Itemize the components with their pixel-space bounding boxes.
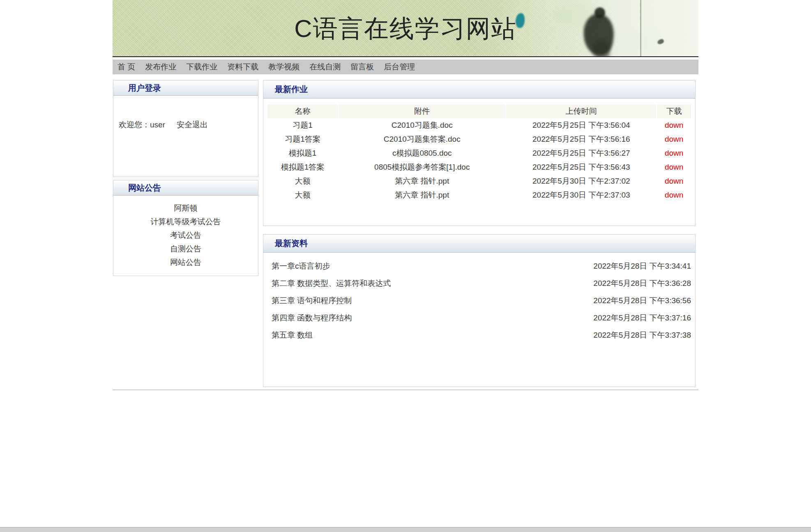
homework-time: 2022年5月30日 下午2:37:03 bbox=[506, 188, 656, 202]
homework-name: 模拟题1答案 bbox=[267, 160, 338, 174]
homework-name: 大额 bbox=[267, 174, 338, 188]
notice-item[interactable]: 阿斯顿 bbox=[113, 201, 258, 215]
notice-item[interactable]: 网站公告 bbox=[113, 256, 258, 269]
list-item: 第三章 语句和程序控制 2022年5月28日 下午3:36:56 bbox=[263, 292, 695, 309]
material-link[interactable]: 第一章c语言初步 bbox=[272, 258, 330, 275]
homework-table-header: 名称 附件 上传时间 下载 bbox=[267, 104, 691, 118]
nav-item-admin[interactable]: 后台管理 bbox=[384, 62, 415, 72]
materials-list: 第一章c语言初步 2022年5月28日 下午3:34:41 第二章 数据类型、运… bbox=[263, 258, 695, 344]
panel-header: 网站公告 bbox=[113, 180, 258, 196]
download-link[interactable]: down bbox=[665, 149, 683, 157]
logout-link[interactable]: 安全退出 bbox=[177, 120, 208, 129]
site-notice-panel: 网站公告 阿斯顿 计算机等级考试公告 考试公告 自测公告 网站公告 bbox=[113, 180, 258, 276]
welcome-line: 欢迎您：user安全退出 bbox=[113, 96, 258, 130]
homework-file: c模拟题0805.doc bbox=[339, 146, 505, 160]
list-item: 第二章 数据类型、运算符和表达式 2022年5月28日 下午3:36:28 bbox=[263, 275, 695, 292]
column-header-name: 名称 bbox=[267, 104, 338, 118]
window-bottom-bar bbox=[0, 527, 811, 532]
main-nav: 首 页 发布作业 下载作业 资料下载 教学视频 在线自测 留言板 后台管理 bbox=[113, 60, 698, 74]
material-time: 2022年5月28日 下午3:37:38 bbox=[593, 327, 691, 344]
material-time: 2022年5月28日 下午3:36:56 bbox=[593, 292, 691, 309]
homework-file: 第六章 指针.ppt bbox=[339, 174, 505, 188]
homework-time: 2022年5月25日 下午3:56:27 bbox=[506, 146, 656, 160]
material-link[interactable]: 第四章 函数与程序结构 bbox=[272, 309, 352, 327]
panel-header: 最新作业 bbox=[263, 81, 695, 99]
material-link[interactable]: 第二章 数据类型、运算符和表达式 bbox=[272, 275, 391, 292]
homework-time: 2022年5月25日 下午3:56:04 bbox=[506, 118, 656, 132]
table-row: 习题1 C2010习题集.doc 2022年5月25日 下午3:56:04 do… bbox=[267, 118, 691, 132]
homework-time: 2022年5月30日 下午2:37:02 bbox=[506, 174, 656, 188]
material-time: 2022年5月28日 下午3:36:28 bbox=[593, 275, 691, 292]
notice-item[interactable]: 考试公告 bbox=[113, 228, 258, 242]
download-link[interactable]: down bbox=[665, 163, 683, 171]
homework-name: 大额 bbox=[267, 188, 338, 202]
nav-item-online-test[interactable]: 在线自测 bbox=[309, 62, 341, 72]
download-link[interactable]: down bbox=[665, 191, 683, 199]
latest-homework-panel: 最新作业 名称 附件 上传时间 下载 习题1 C2010习题集.doc 2022… bbox=[263, 80, 696, 226]
homework-time: 2022年5月25日 下午3:56:16 bbox=[506, 132, 656, 146]
user-login-panel: 用户登录 欢迎您：user安全退出 bbox=[113, 80, 258, 177]
homework-file: C2010习题集.doc bbox=[339, 118, 505, 132]
homework-name: 模拟题1 bbox=[267, 146, 338, 160]
panel-title: 用户登录 bbox=[113, 83, 161, 94]
notice-item[interactable]: 自测公告 bbox=[113, 242, 258, 256]
table-row: 模拟题1答案 0805模拟题参考答案[1].doc 2022年5月25日 下午3… bbox=[267, 160, 691, 174]
welcome-prefix: 欢迎您： bbox=[119, 120, 150, 129]
material-time: 2022年5月28日 下午3:37:16 bbox=[593, 309, 691, 327]
panel-title: 最新作业 bbox=[263, 84, 308, 95]
site-title: C语言在线学习网站 bbox=[113, 12, 698, 46]
nav-item-home[interactable]: 首 页 bbox=[118, 62, 135, 72]
material-link[interactable]: 第五章 数组 bbox=[272, 327, 313, 344]
material-link[interactable]: 第三章 语句和程序控制 bbox=[272, 292, 352, 309]
download-link[interactable]: down bbox=[665, 177, 683, 185]
list-item: 第一章c语言初步 2022年5月28日 下午3:34:41 bbox=[263, 258, 695, 275]
panel-title: 最新资料 bbox=[263, 238, 308, 249]
list-item: 第四章 函数与程序结构 2022年5月28日 下午3:37:16 bbox=[263, 309, 695, 327]
notice-item[interactable]: 计算机等级考试公告 bbox=[113, 215, 258, 228]
notice-list: 阿斯顿 计算机等级考试公告 考试公告 自测公告 网站公告 bbox=[113, 196, 258, 269]
homework-file: C2010习题集答案.doc bbox=[339, 132, 505, 146]
panel-title: 网站公告 bbox=[113, 182, 161, 193]
column-header-time: 上传时间 bbox=[506, 104, 656, 118]
footer-divider bbox=[113, 389, 698, 390]
nav-item-material-download[interactable]: 资料下载 bbox=[227, 62, 258, 72]
nav-item-publish-homework[interactable]: 发布作业 bbox=[145, 62, 176, 72]
homework-table: 名称 附件 上传时间 下载 习题1 C2010习题集.doc 2022年5月25… bbox=[267, 104, 691, 202]
latest-materials-panel: 最新资料 第一章c语言初步 2022年5月28日 下午3:34:41 第二章 数… bbox=[263, 234, 696, 387]
homework-file: 第六章 指针.ppt bbox=[339, 188, 505, 202]
download-link[interactable]: down bbox=[665, 121, 683, 129]
panel-header: 用户登录 bbox=[113, 81, 258, 96]
homework-file: 0805模拟题参考答案[1].doc bbox=[339, 160, 505, 174]
list-item: 第五章 数组 2022年5月28日 下午3:37:38 bbox=[263, 327, 695, 344]
site-banner: C语言在线学习网站 bbox=[113, 0, 698, 57]
table-row: 大额 第六章 指针.ppt 2022年5月30日 下午2:37:02 down bbox=[267, 174, 691, 188]
homework-name: 习题1 bbox=[267, 118, 338, 132]
nav-item-download-homework[interactable]: 下载作业 bbox=[186, 62, 217, 72]
username: user bbox=[150, 120, 165, 129]
nav-item-message-board[interactable]: 留言板 bbox=[350, 62, 374, 72]
table-row: 习题1答案 C2010习题集答案.doc 2022年5月25日 下午3:56:1… bbox=[267, 132, 691, 146]
column-header-download: 下载 bbox=[657, 104, 691, 118]
material-time: 2022年5月28日 下午3:34:41 bbox=[593, 258, 691, 275]
homework-name: 习题1答案 bbox=[267, 132, 338, 146]
nav-item-teaching-video[interactable]: 教学视频 bbox=[268, 62, 300, 72]
table-row: 模拟题1 c模拟题0805.doc 2022年5月25日 下午3:56:27 d… bbox=[267, 146, 691, 160]
download-link[interactable]: down bbox=[665, 135, 683, 143]
panel-header: 最新资料 bbox=[263, 235, 695, 253]
table-row: 大额 第六章 指针.ppt 2022年5月30日 下午2:37:03 down bbox=[267, 188, 691, 202]
column-header-file: 附件 bbox=[339, 104, 505, 118]
homework-time: 2022年5月25日 下午3:56:43 bbox=[506, 160, 656, 174]
